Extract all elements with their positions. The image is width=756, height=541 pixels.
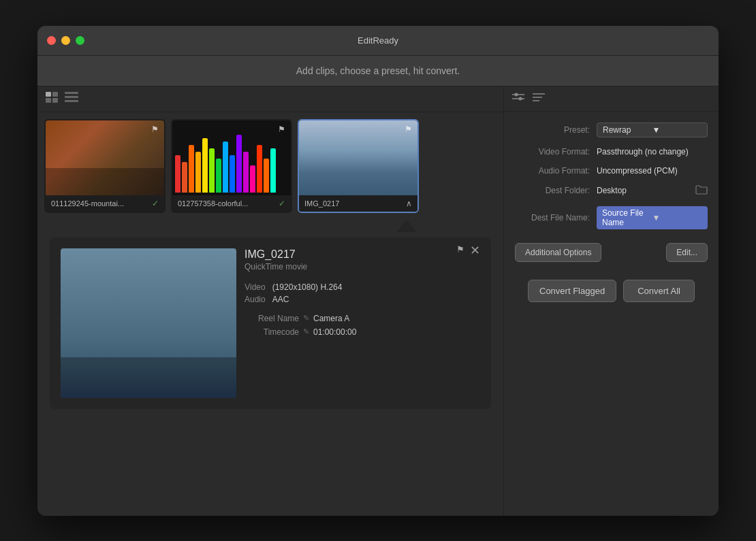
audio-format-row: Audio Format: Uncompressed (PCM) [515, 166, 708, 176]
main-content: ⚑ 011129245-mountai... ✓ [37, 86, 719, 516]
preset-label: Preset: [515, 125, 590, 135]
reel-name-value: Camera A [313, 314, 349, 323]
svg-rect-5 [65, 96, 78, 98]
subtitle-text: Add clips, choose a preset, hit convert. [296, 65, 460, 76]
grid-view-icon[interactable] [46, 92, 59, 106]
preset-row: Preset: Rewrap ▼ [515, 122, 708, 137]
video-format-row: Video Format: Passthrough (no change) [515, 147, 708, 157]
clip-label-bar-2: 012757358-colorful... ✓ [172, 195, 291, 212]
clips-grid: ⚑ 011129245-mountai... ✓ [44, 119, 497, 220]
dest-file-row: Dest File Name: Source File Name ▼ [515, 206, 708, 229]
dest-file-label: Dest File Name: [515, 213, 590, 223]
right-toolbar [504, 86, 719, 112]
detail-thumbnail [61, 248, 236, 398]
view-toolbar [37, 86, 503, 112]
clip-label: 011129245-mountai... [51, 199, 124, 208]
dest-file-select[interactable]: Source File Name ▼ [597, 206, 708, 229]
audio-format-label: Audio Format: [515, 166, 590, 176]
svg-rect-2 [46, 98, 51, 103]
options-row: Additional Options Edit... [515, 243, 708, 273]
app-title: EditReady [358, 35, 398, 46]
svg-rect-6 [65, 100, 78, 102]
clip-thumbnail-2: ⚑ [172, 120, 291, 195]
detail-meta: Video (1920x1080) H.264 Audio AAC [245, 282, 480, 304]
dest-file-value: Source File Name [602, 208, 652, 227]
timecode-edit-icon[interactable]: ✎ [303, 327, 309, 336]
left-panel: ⚑ 011129245-mountai... ✓ [37, 86, 504, 516]
traffic-lights [47, 36, 84, 45]
video-format-label: Video Format: [515, 147, 590, 157]
sort-icon[interactable] [533, 92, 545, 105]
video-format-value: Passthrough (no change) [597, 147, 708, 157]
dest-folder-row: Dest Folder: Desktop [515, 185, 708, 197]
dest-folder-value: Desktop [597, 186, 689, 195]
convert-all-button[interactable]: Convert All [623, 280, 695, 302]
timecode-row: Timecode ✎ 01:00:00:00 [245, 327, 480, 337]
minimize-button[interactable] [61, 36, 70, 45]
audio-meta-value: AAC [272, 295, 480, 304]
chevron-down-icon: ▼ [652, 125, 702, 135]
preset-value: Rewrap [603, 125, 652, 135]
clips-area: ⚑ 011129245-mountai... ✓ [37, 112, 503, 516]
flag-icon: ⚑ [151, 125, 159, 134]
detail-title: IMG_0217 [245, 248, 480, 261]
reel-name-edit-icon[interactable]: ✎ [303, 314, 309, 323]
audio-meta-label: Audio [245, 295, 266, 304]
clip-check-icon: ✓ [279, 199, 285, 208]
reel-name-row: Reel Name ✎ Camera A [245, 314, 480, 323]
list-item[interactable]: ⚑ 012757358-colorful... ✓ [171, 119, 292, 213]
detail-flag-icon[interactable]: ⚑ [456, 244, 464, 257]
timecode-value: 01:00:00:00 [313, 327, 356, 337]
svg-rect-1 [52, 92, 58, 97]
flag-icon: ⚑ [278, 125, 285, 134]
clip-check-icon: ✓ [152, 199, 159, 208]
additional-options-button[interactable]: Additional Options [515, 243, 601, 262]
chevron-down-icon: ▼ [652, 213, 703, 223]
right-panel: Preset: Rewrap ▼ Video Format: Passthrou… [504, 86, 719, 516]
svg-point-9 [515, 93, 518, 96]
detail-connector [396, 220, 417, 232]
audio-format-value: Uncompressed (PCM) [597, 166, 708, 176]
video-meta-value: (1920x1080) H.264 [272, 282, 480, 292]
list-item[interactable]: ⚑ 011129245-mountai... ✓ [44, 119, 166, 213]
detail-panel: ⚑ ✕ IMG_0217 QuickTime movie Video (1920… [50, 237, 491, 409]
clip-label-bar-3: IMG_0217 ∧ [299, 195, 418, 212]
detail-close-icon[interactable]: ✕ [470, 244, 480, 257]
svg-rect-3 [52, 98, 58, 103]
folder-icon[interactable] [695, 185, 708, 197]
preset-select[interactable]: Rewrap ▼ [597, 122, 708, 137]
clip-label: IMG_0217 [304, 199, 339, 208]
convert-row: Convert Flagged Convert All [515, 273, 708, 309]
subtitle-bar: Add clips, choose a preset, hit convert. [37, 56, 719, 86]
timecode-label: Timecode [245, 327, 299, 337]
clip-thumbnail-3: ⚑ [299, 120, 418, 195]
reel-name-label: Reel Name [245, 314, 299, 323]
edit-button[interactable]: Edit... [666, 243, 708, 262]
titlebar: EditReady [37, 26, 719, 56]
sliders-icon[interactable] [512, 92, 524, 105]
list-view-icon[interactable] [65, 92, 78, 106]
maximize-button[interactable] [76, 36, 84, 45]
svg-point-10 [519, 97, 522, 100]
list-item[interactable]: ⚑ IMG_0217 ∧ [298, 119, 419, 213]
settings-panel: Preset: Rewrap ▼ Video Format: Passthrou… [504, 112, 719, 516]
svg-rect-4 [65, 92, 78, 94]
clip-label-bar-1: 011129245-mountai... ✓ [46, 195, 164, 212]
dest-folder-label: Dest Folder: [515, 186, 590, 195]
clip-thumbnail-1: ⚑ [46, 120, 164, 195]
clip-label: 012757358-colorful... [178, 199, 248, 208]
chevron-up-icon: ∧ [406, 199, 412, 208]
svg-rect-0 [46, 92, 51, 97]
flag-icon: ⚑ [405, 125, 412, 134]
close-button[interactable] [47, 36, 56, 45]
detail-subtitle: QuickTime movie [245, 262, 480, 272]
convert-flagged-button[interactable]: Convert Flagged [528, 280, 616, 302]
video-meta-label: Video [245, 282, 266, 292]
app-window: EditReady Add clips, choose a preset, hi… [37, 26, 719, 516]
detail-info: ⚑ ✕ IMG_0217 QuickTime movie Video (1920… [245, 248, 480, 398]
detail-panel-wrapper: ⚑ ✕ IMG_0217 QuickTime movie Video (1920… [44, 237, 497, 409]
